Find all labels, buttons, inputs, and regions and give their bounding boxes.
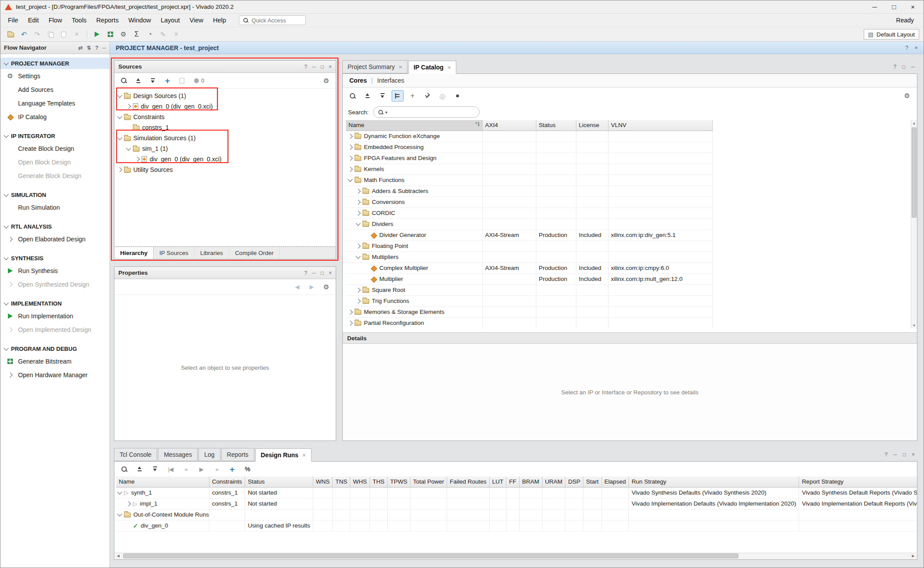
chevron-expanded-icon[interactable] <box>4 192 8 197</box>
expand-all-icon[interactable] <box>149 463 161 475</box>
scrollbar-thumb[interactable] <box>123 553 738 558</box>
gear-icon[interactable]: ⚙ <box>901 90 913 102</box>
create-run-icon[interactable]: + <box>226 463 238 475</box>
column-header-report-strategy[interactable]: Report Strategy <box>799 477 917 487</box>
column-header-bram[interactable]: BRAM <box>519 477 542 487</box>
delete-icon[interactable]: × <box>71 29 83 40</box>
close-icon[interactable]: × <box>912 451 915 458</box>
nav-item-run-synthesis[interactable]: Run Synthesis <box>0 264 110 277</box>
step-forward-icon[interactable]: » <box>211 463 223 475</box>
ip-catalog-row[interactable]: Adders & Subtracters <box>346 186 712 197</box>
design-run-row[interactable]: ▷impl_1constrs_1Not startedVivado Implem… <box>116 498 917 509</box>
ip-catalog-row[interactable]: Kernels <box>346 164 712 175</box>
nav-item-open-synthesized-design[interactable]: Open Synthesized Design <box>0 277 110 291</box>
expand-all-icon[interactable] <box>147 75 159 87</box>
open-project-icon[interactable] <box>5 29 17 40</box>
paste-icon[interactable] <box>58 29 70 40</box>
help-icon[interactable]: ? <box>304 270 308 276</box>
nav-item-open-block-design[interactable]: Open Block Design <box>0 155 110 169</box>
nav-section-header-simulation[interactable]: SIMULATION <box>0 189 110 200</box>
console-tab-messages[interactable]: Messages <box>158 448 198 461</box>
chevron-collapsed-icon[interactable] <box>356 299 360 303</box>
sources-tab-ip-sources[interactable]: IP Sources <box>154 247 194 259</box>
chevron-collapsed-icon[interactable] <box>348 156 352 160</box>
chevron-expanded-icon[interactable] <box>348 177 352 182</box>
column-header-start[interactable]: Start <box>583 477 602 487</box>
nav-item-generate-bitstream[interactable]: Generate Bitstream <box>0 354 110 368</box>
chevron-expanded-icon[interactable] <box>4 60 8 65</box>
nav-item-generate-block-design[interactable]: Generate Block Design <box>0 169 110 182</box>
nav-item-settings[interactable]: ⚙Settings <box>0 69 110 83</box>
nav-item-language-templates[interactable]: Language Templates <box>0 96 110 110</box>
nav-item-create-block-design[interactable]: Create Block Design <box>0 142 110 155</box>
collapse-all-icon[interactable] <box>362 90 374 102</box>
step-back-icon[interactable]: « <box>180 463 192 475</box>
sources-tree-item[interactable]: div_gen_0 (div_gen_0.xci) <box>114 101 336 112</box>
subtab-interfaces[interactable]: Interfaces <box>377 77 404 84</box>
sources-tab-hierarchy[interactable]: Hierarchy <box>114 247 154 259</box>
chevron-collapsed-icon[interactable] <box>117 167 122 172</box>
menu-item-layout[interactable]: Layout <box>156 15 185 25</box>
collapse-all-icon[interactable] <box>134 463 146 475</box>
chevron-expanded-icon[interactable] <box>356 254 360 259</box>
ip-catalog-row[interactable]: Floating Point <box>346 240 712 251</box>
ip-catalog-row[interactable]: Divider GeneratorAXI4-StreamProductionIn… <box>346 229 712 240</box>
menu-item-file[interactable]: File <box>3 15 23 25</box>
column-header-whs[interactable]: WHS <box>350 477 370 487</box>
help-icon[interactable]: ? <box>885 451 888 458</box>
chevron-collapsed-icon[interactable] <box>356 288 360 292</box>
column-header-tns[interactable]: TNS <box>333 477 350 487</box>
chevron-collapsed-icon[interactable] <box>348 320 352 325</box>
quick-access-search[interactable] <box>239 15 306 25</box>
cancel-icon[interactable]: × <box>170 29 182 40</box>
minimize-icon[interactable]: ─ <box>893 451 897 458</box>
nav-item-run-implementation[interactable]: Run Implementation <box>0 309 110 323</box>
console-tab-reports[interactable]: Reports <box>221 448 254 461</box>
ip-search-box[interactable]: ▾ <box>373 106 480 118</box>
chevron-expanded-icon[interactable] <box>117 489 122 494</box>
sources-tree-item[interactable]: Utility Sources <box>114 164 336 175</box>
percent-icon[interactable]: % <box>242 463 253 475</box>
edit-pencil-icon[interactable]: ✎ <box>157 29 169 40</box>
play-icon[interactable]: ▶ <box>195 463 207 475</box>
clock-icon[interactable]: ◔ <box>144 29 156 40</box>
chevron-collapsed-icon[interactable] <box>356 211 360 215</box>
ip-catalog-row[interactable]: Partial Reconfiguration <box>346 317 712 328</box>
column-header-total-power[interactable]: Total Power <box>410 477 447 487</box>
column-header-tpws[interactable]: TPWS <box>387 477 410 487</box>
nav-section-header-implementation[interactable]: IMPLEMENTATION <box>0 298 110 309</box>
search-icon[interactable] <box>347 90 359 102</box>
chevron-collapsed-icon[interactable] <box>348 134 352 138</box>
column-header-license[interactable]: License <box>576 120 608 131</box>
menu-item-reports[interactable]: Reports <box>92 15 124 25</box>
menu-item-edit[interactable]: Edit <box>23 15 44 25</box>
column-header-constraints[interactable]: Constraints <box>209 477 245 487</box>
close-icon[interactable]: × <box>447 64 451 71</box>
run-step-icon[interactable] <box>104 29 116 40</box>
column-header-ths[interactable]: THS <box>370 477 387 487</box>
chevron-expanded-icon[interactable] <box>356 221 360 226</box>
chevron-expanded-icon[interactable] <box>117 511 122 516</box>
menu-item-tools[interactable]: Tools <box>67 15 92 25</box>
collapse-all-icon[interactable] <box>132 75 144 87</box>
step-first-icon[interactable]: |◀ <box>165 463 176 475</box>
chevron-collapsed-icon[interactable] <box>126 501 131 506</box>
sources-tree-item[interactable]: Constraints <box>114 112 336 122</box>
scrollbar-track[interactable] <box>121 553 910 559</box>
maximize-icon[interactable]: □ <box>892 3 896 11</box>
close-icon[interactable]: × <box>302 452 306 459</box>
report-sigma-icon[interactable]: Σ <box>131 29 143 40</box>
gear-icon[interactable]: ⚙ <box>320 75 332 87</box>
column-header-failed-routes[interactable]: Failed Routes <box>447 477 489 487</box>
chevron-expanded-icon[interactable] <box>4 300 8 305</box>
forward-arrow-icon[interactable]: ▶ <box>306 281 318 293</box>
layout-selector[interactable]: ▤ Default Layout <box>864 29 919 40</box>
chevron-down-icon[interactable]: ▾ <box>385 110 388 115</box>
scroll-up-icon[interactable]: ▲ <box>911 120 917 126</box>
design-run-row[interactable]: ▷synth_1constrs_1Not startedVivado Synth… <box>116 487 917 498</box>
nav-section-header-synthesis[interactable]: SYNTHESIS <box>0 252 110 264</box>
minimize-icon[interactable]: ─ <box>312 64 316 70</box>
maximize-icon[interactable]: ─ <box>911 64 915 70</box>
scroll-down-icon[interactable]: ▼ <box>911 322 917 328</box>
close-icon[interactable]: × <box>911 3 915 11</box>
